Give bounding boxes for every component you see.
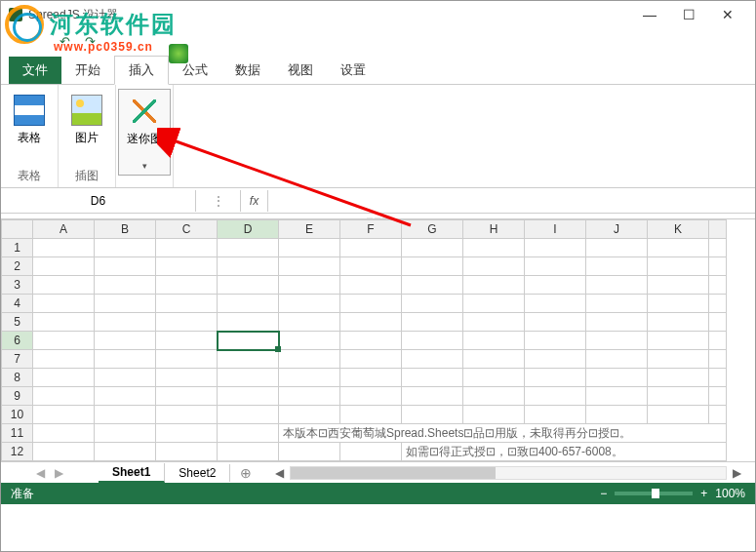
- scroll-right-icon[interactable]: ▶: [727, 466, 747, 480]
- app-icon: [9, 8, 22, 21]
- spreadsheet-grid[interactable]: A B C D E F G H I J K 1 2 3 4 5 6 7 8 9 …: [1, 219, 755, 461]
- col-header[interactable]: B: [95, 220, 156, 239]
- trial-message-2: 如需⊡得正式授⊡，⊡致⊡400-657-6008。: [402, 443, 727, 461]
- row-header[interactable]: 5: [2, 313, 33, 332]
- tab-home[interactable]: 开始: [61, 57, 114, 84]
- row-header[interactable]: 6: [2, 332, 33, 350]
- sheet-tab-1[interactable]: Sheet1: [99, 463, 165, 483]
- formula-input[interactable]: [268, 197, 755, 205]
- row-header[interactable]: 11: [2, 424, 33, 443]
- sheet-nav-next[interactable]: ▶: [55, 466, 63, 480]
- scroll-left-icon[interactable]: ◀: [269, 466, 290, 480]
- ribbon-group-sparkline: 迷你图 ▾: [116, 85, 174, 187]
- zoom-level[interactable]: 100%: [715, 487, 745, 500]
- ribbon-group-table: 表格 表格: [1, 85, 59, 187]
- tab-file[interactable]: 文件: [9, 57, 61, 84]
- sheet-tab-2[interactable]: Sheet2: [165, 464, 230, 482]
- tab-view[interactable]: 视图: [274, 57, 327, 84]
- col-header[interactable]: K: [648, 220, 709, 239]
- row-header[interactable]: 3: [2, 276, 33, 295]
- col-header[interactable]: D: [218, 220, 279, 239]
- btn-label: 表格: [18, 131, 41, 144]
- insert-picture-button[interactable]: 图片: [60, 89, 113, 150]
- group-label: 表格: [3, 163, 56, 187]
- sheet-tab-bar: ◀ ▶ Sheet1 Sheet2 ⊕ ◀ ▶: [1, 461, 755, 483]
- title-bar: SpreadJS 设计器 — ☐ ✕: [1, 1, 755, 28]
- sheet-nav-prev[interactable]: ◀: [36, 466, 45, 480]
- zoom-out-button[interactable]: −: [600, 487, 607, 500]
- row-header[interactable]: 1: [2, 239, 33, 257]
- tab-formula[interactable]: 公式: [169, 57, 221, 84]
- zoom-in-button[interactable]: +: [700, 487, 707, 500]
- btn-label: 迷你图: [127, 132, 162, 145]
- fx-button[interactable]: fx: [241, 190, 268, 212]
- col-header[interactable]: H: [463, 220, 525, 239]
- row-header[interactable]: 4: [2, 295, 33, 313]
- row-header[interactable]: 7: [2, 350, 33, 369]
- group-label: 插图: [60, 163, 113, 187]
- table-icon: [14, 95, 45, 126]
- formula-menu-button[interactable]: ⋮: [196, 190, 241, 212]
- status-text: 准备: [11, 486, 600, 502]
- col-header[interactable]: F: [340, 220, 402, 239]
- tab-insert[interactable]: 插入: [114, 56, 169, 85]
- ribbon-group-illustration: 图片 插图: [59, 85, 116, 187]
- redo-button[interactable]: ↷: [81, 34, 99, 52]
- quick-access-toolbar: ↶ ↷: [1, 28, 755, 58]
- row-header[interactable]: 9: [2, 387, 33, 406]
- scrollbar-thumb[interactable]: [291, 467, 496, 479]
- undo-button[interactable]: ↶: [56, 34, 73, 52]
- col-header[interactable]: J: [586, 220, 648, 239]
- minimize-button[interactable]: —: [630, 7, 669, 22]
- insert-table-button[interactable]: 表格: [3, 89, 56, 150]
- row-header[interactable]: 2: [2, 257, 33, 276]
- ribbon-tabs: 文件 开始 插入 公式 数据 视图 设置: [1, 58, 755, 85]
- select-all-corner[interactable]: [2, 220, 33, 239]
- zoom-slider[interactable]: [615, 492, 693, 495]
- window-title: SpreadJS 设计器: [28, 7, 630, 23]
- col-header[interactable]: G: [402, 220, 463, 239]
- insert-sparkline-button[interactable]: 迷你图 ▾: [118, 89, 171, 176]
- sparkline-icon: [129, 96, 160, 127]
- tab-data[interactable]: 数据: [221, 57, 274, 84]
- name-box[interactable]: D6: [1, 190, 196, 212]
- chevron-down-icon: ▾: [121, 161, 168, 171]
- row-header[interactable]: 8: [2, 369, 33, 387]
- btn-label: 图片: [75, 131, 99, 144]
- horizontal-scrollbar[interactable]: ◀ ▶: [261, 466, 755, 480]
- col-header[interactable]: E: [279, 220, 340, 239]
- status-bar: 准备 − + 100%: [1, 483, 755, 504]
- formula-bar: D6 ⋮ fx: [1, 188, 755, 214]
- tab-settings[interactable]: 设置: [327, 57, 379, 84]
- ribbon: 表格 表格 图片 插图 迷你图 ▾: [1, 85, 755, 188]
- active-cell[interactable]: [218, 332, 279, 350]
- maximize-button[interactable]: ☐: [669, 7, 708, 22]
- col-header[interactable]: A: [33, 220, 95, 239]
- group-label: [118, 179, 171, 187]
- row-header[interactable]: 12: [2, 443, 33, 461]
- col-header[interactable]: I: [525, 220, 586, 239]
- picture-icon: [71, 95, 102, 126]
- row-header[interactable]: 10: [2, 406, 33, 424]
- close-button[interactable]: ✕: [708, 7, 747, 22]
- trial-message-1: 本版本⊡西安葡萄城Spread.Sheets⊡品⊡用版，未取得再分⊡授⊡。: [279, 424, 727, 443]
- col-header-partial[interactable]: [709, 220, 727, 239]
- add-sheet-button[interactable]: ⊕: [230, 463, 261, 483]
- col-header[interactable]: C: [156, 220, 218, 239]
